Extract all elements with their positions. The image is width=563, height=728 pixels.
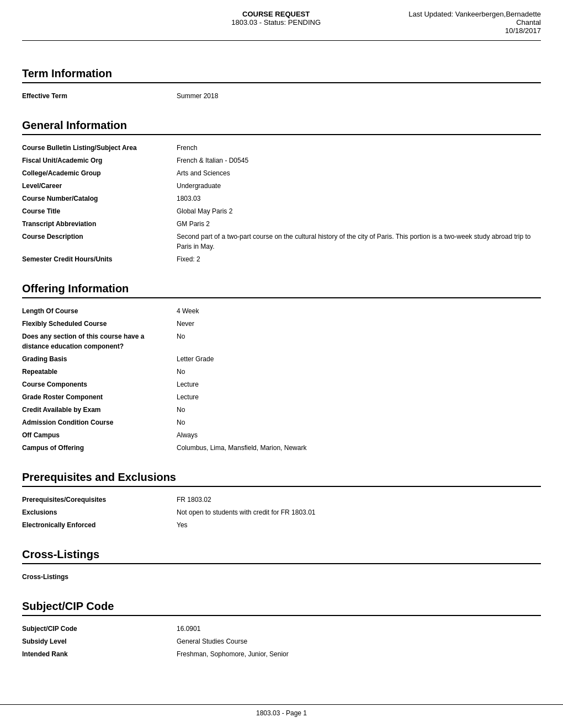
field-value-grade-roster: Lecture [177,392,541,402]
field-row-cip-code: Subject/CIP Code 16.0901 [22,624,541,634]
field-label-effective-term: Effective Term [22,91,177,101]
field-label-grade-roster: Grade Roster Component [22,392,177,402]
field-value-off-campus: Always [177,430,541,440]
field-row-components: Course Components Lecture [22,379,541,389]
prerequisites-title: Prerequisites and Exclusions [22,471,541,487]
field-label-campus-offering: Campus of Offering [22,443,177,453]
subject-cip-section: Subject/CIP Code Subject/CIP Code 16.090… [22,585,541,659]
field-row-course-number: Course Number/Catalog 1803.03 [22,194,541,204]
field-value-description: Second part of a two-part course on the … [177,232,541,251]
field-label-college: College/Academic Group [22,168,177,178]
offering-information-title: Offering Information [22,282,541,298]
field-row-cross-listings: Cross-Listings [22,572,541,582]
field-value-cross-listings [177,572,541,582]
field-label-intended-rank: Intended Rank [22,649,177,659]
general-information-section: General Information Course Bulletin List… [22,104,541,264]
field-label-course-title: Course Title [22,206,177,216]
field-label-off-campus: Off Campus [22,430,177,440]
field-row-bulletin: Course Bulletin Listing/Subject Area Fre… [22,143,541,153]
field-label-components: Course Components [22,379,177,389]
field-label-exclusions: Exclusions [22,507,177,517]
general-information-title: General Information [22,119,541,135]
field-label-flexibly: Flexibly Scheduled Course [22,319,177,329]
field-value-cip-code: 16.0901 [177,624,541,634]
field-label-level: Level/Career [22,181,177,191]
field-row-off-campus: Off Campus Always [22,430,541,440]
cross-listings-section: Cross-Listings Cross-Listings [22,533,541,582]
field-value-course-number: 1803.03 [177,194,541,204]
field-label-repeatable: Repeatable [22,367,177,377]
field-label-electronically-enforced: Electronically Enforced [22,520,177,530]
field-row-college: College/Academic Group Arts and Sciences [22,168,541,178]
field-value-credit-hours: Fixed: 2 [177,254,541,264]
header-title: COURSE REQUEST [144,10,408,18]
field-row-electronically-enforced: Electronically Enforced Yes [22,520,541,530]
header-subtitle: 1803.03 - Status: PENDING [144,18,408,26]
field-value-admission-condition: No [177,417,541,427]
field-label-prereqs: Prerequisites/Corequisites [22,495,177,505]
field-label-cross-listings: Cross-Listings [22,572,177,582]
field-row-transcript: Transcript Abbreviation GM Paris 2 [22,219,541,229]
field-value-college: Arts and Sciences [177,168,541,178]
subject-cip-title: Subject/CIP Code [22,600,541,616]
field-label-grading: Grading Basis [22,354,177,364]
page-header: COURSE REQUEST 1803.03 - Status: PENDING… [22,0,541,41]
field-label-distance: Does any section of this course have a d… [22,331,177,351]
field-row-level: Level/Career Undergraduate [22,181,541,191]
field-row-intended-rank: Intended Rank Freshman, Sophomore, Junio… [22,649,541,659]
field-label-transcript: Transcript Abbreviation [22,219,177,229]
field-value-prereqs: FR 1803.02 [177,495,541,505]
field-value-fiscal-unit: French & Italian - D0545 [177,156,541,165]
field-value-transcript: GM Paris 2 [177,219,541,229]
field-value-length: 4 Week [177,306,541,316]
header-center: COURSE REQUEST 1803.03 - Status: PENDING [144,10,408,35]
field-value-exclusions: Not open to students with credit for FR … [177,507,541,517]
field-value-subsidy: General Studies Course [177,636,541,646]
header-date: 10/18/2017 [408,26,541,35]
field-label-credit-exam: Credit Available by Exam [22,405,177,415]
field-label-cip-code: Subject/CIP Code [22,624,177,634]
field-value-electronically-enforced: Yes [177,520,541,530]
field-row-fiscal-unit: Fiscal Unit/Academic Org French & Italia… [22,156,541,165]
field-label-fiscal-unit: Fiscal Unit/Academic Org [22,156,177,165]
field-row-distance: Does any section of this course have a d… [22,331,541,351]
term-information-title: Term Information [22,67,541,83]
field-row-description: Course Description Second part of a two-… [22,232,541,251]
field-row-prereqs: Prerequisites/Corequisites FR 1803.02 [22,495,541,505]
field-row-effective-term: Effective Term Summer 2018 [22,91,541,101]
field-row-campus-offering: Campus of Offering Columbus, Lima, Mansf… [22,443,541,453]
field-value-level: Undergraduate [177,181,541,191]
cross-listings-title: Cross-Listings [22,548,541,564]
field-label-course-number: Course Number/Catalog [22,194,177,204]
footer-page-label: 1803.03 - Page 1 [256,709,307,717]
field-label-length: Length Of Course [22,306,177,316]
field-value-effective-term: Summer 2018 [177,91,541,101]
field-label-admission-condition: Admission Condition Course [22,417,177,427]
field-row-exclusions: Exclusions Not open to students with cre… [22,507,541,517]
field-value-distance: No [177,331,541,351]
field-row-credit-hours: Semester Credit Hours/Units Fixed: 2 [22,254,541,264]
field-row-admission-condition: Admission Condition Course No [22,417,541,427]
field-row-length: Length Of Course 4 Week [22,306,541,316]
field-value-repeatable: No [177,367,541,377]
field-row-credit-exam: Credit Available by Exam No [22,405,541,415]
field-value-components: Lecture [177,379,541,389]
field-row-course-title: Course Title Global May Paris 2 [22,206,541,216]
field-label-subsidy: Subsidy Level [22,636,177,646]
page-footer: 1803.03 - Page 1 [0,704,563,717]
field-row-flexibly: Flexibly Scheduled Course Never [22,319,541,329]
field-label-bulletin: Course Bulletin Listing/Subject Area [22,143,177,153]
field-value-grading: Letter Grade [177,354,541,364]
field-row-grading: Grading Basis Letter Grade [22,354,541,364]
field-value-bulletin: French [177,143,541,153]
header-updated-by: Chantal [408,18,541,26]
field-value-flexibly: Never [177,319,541,329]
prerequisites-section: Prerequisites and Exclusions Prerequisit… [22,456,541,530]
term-information-section: Term Information Effective Term Summer 2… [22,52,541,101]
field-row-grade-roster: Grade Roster Component Lecture [22,392,541,402]
field-label-description: Course Description [22,232,177,251]
field-value-credit-exam: No [177,405,541,415]
field-label-credit-hours: Semester Credit Hours/Units [22,254,177,264]
field-value-course-title: Global May Paris 2 [177,206,541,216]
field-row-repeatable: Repeatable No [22,367,541,377]
